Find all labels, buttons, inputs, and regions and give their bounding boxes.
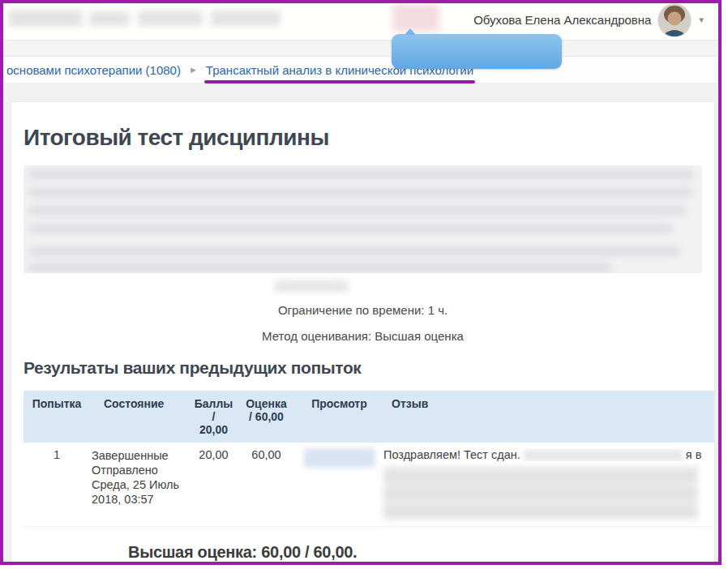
page: Обухова Елена Александровна ▾ основами п… [0, 0, 728, 569]
table-header-row: Попытка Состояние Баллы / 20,00 Оценка /… [24, 391, 714, 443]
redacted-text-line [28, 170, 693, 179]
redacted-review-link[interactable] [304, 448, 375, 468]
table-row: 1 Завершенные Отправлено Среда, 25 Июль … [24, 443, 714, 527]
page-title: Итоговый тест дисциплины [24, 125, 714, 151]
user-name[interactable]: Обухова Елена Александровна [473, 13, 651, 27]
redacted-text-line [28, 206, 687, 215]
redacted-nav-item [89, 11, 130, 26]
attempt-review-cell [297, 443, 382, 527]
redacted-description [24, 165, 702, 273]
redacted-text-line [28, 188, 693, 197]
attempt-grade: 60,00 [236, 443, 297, 527]
redacted-header-badge [392, 4, 439, 32]
chevron-down-icon[interactable]: ▾ [699, 15, 704, 24]
attempts-table: Попытка Состояние Баллы / 20,00 Оценка /… [24, 391, 714, 527]
redacted-nav-item [138, 11, 203, 26]
time-limit-text: Ограничение по времени: 1 ч. [11, 303, 714, 317]
col-grade: Оценка / 60,00 [236, 391, 297, 443]
redacted-text-line [28, 263, 612, 272]
user-avatar[interactable] [658, 4, 691, 36]
feedback-text: Поздравляем! Тест сдан. [383, 448, 520, 461]
redacted-nav-item [211, 11, 280, 26]
col-review: Просмотр [297, 391, 382, 443]
breadcrumb-separator-icon: ► [189, 65, 198, 75]
redacted-text-line [274, 280, 349, 292]
final-grade-text: Высшая оценка: 60,00 / 60,00. [128, 543, 714, 562]
attempt-state: Завершенные Отправлено Среда, 25 Июль 20… [90, 443, 191, 527]
attempt-feedback: Поздравляем! Тест сдан.я в [382, 443, 714, 527]
col-marks: Баллы / 20,00 [191, 391, 236, 443]
grading-method-text: Метод оценивания: Высшая оценка [11, 329, 714, 343]
redacted-feedback-block [383, 466, 698, 520]
col-state: Состояние [90, 391, 191, 443]
secondary-bar [0, 40, 722, 57]
redacted-text-line [28, 247, 680, 256]
col-feedback: Отзыв [382, 391, 714, 443]
breadcrumb-course-link[interactable]: основами психотерапии (1080) [6, 63, 181, 77]
col-attempt: Попытка [24, 391, 90, 443]
redacted-feedback-inline [524, 450, 683, 461]
attempt-number: 1 [24, 443, 90, 527]
redacted-text-line [28, 224, 673, 233]
results-heading: Результаты ваших предыдущих попыток [24, 358, 714, 378]
top-navbar: Обухова Елена Александровна ▾ [0, 0, 722, 40]
content-card: Итоговый тест дисциплины Ограничение по … [11, 101, 715, 566]
redacted-popup [392, 34, 562, 69]
feedback-text-tail: я в [686, 448, 702, 461]
attempt-marks: 20,00 [191, 443, 236, 527]
redacted-logo [8, 10, 83, 27]
